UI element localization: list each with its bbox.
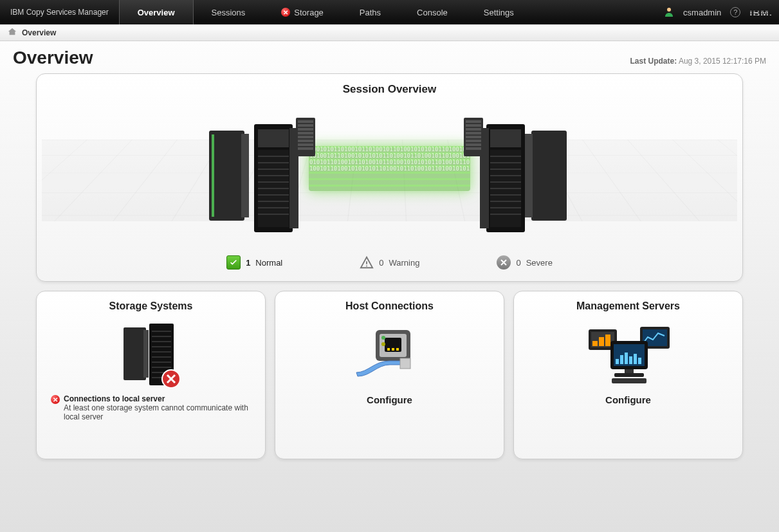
- status-severe[interactable]: 0 Severe: [497, 255, 552, 270]
- svg-rect-45: [466, 124, 481, 127]
- storage-systems-illustration: [48, 320, 253, 390]
- svg-rect-88: [625, 353, 628, 364]
- normal-label: Normal: [255, 258, 282, 268]
- server-rack-right-icon: [461, 111, 576, 236]
- storage-systems-card: Storage Systems: [36, 291, 266, 459]
- session-overview-card: Session Overview 10010101101001011010010…: [36, 73, 743, 282]
- nav-console-label: Console: [417, 8, 448, 17]
- home-icon[interactable]: [8, 27, 17, 38]
- breadcrumb-current: Overview: [22, 28, 56, 37]
- nav-sessions-label: Sessions: [212, 8, 246, 17]
- svg-rect-24: [298, 140, 313, 142]
- management-servers-illustration: [526, 320, 731, 390]
- svg-rect-94: [612, 378, 646, 383]
- nav-overview-label: Overview: [138, 8, 175, 17]
- last-update: Last Update: Aug 3, 2015 12:17:16 PM: [630, 57, 766, 66]
- svg-rect-27: [531, 131, 567, 221]
- svg-rect-19: [298, 120, 313, 123]
- svg-rect-90: [634, 354, 637, 364]
- svg-rect-73: [396, 348, 399, 351]
- svg-point-53: [366, 266, 367, 267]
- management-servers-card: Management Servers: [513, 291, 743, 459]
- check-icon: [226, 255, 241, 270]
- top-navbar: IBM Copy Services Manager Overview Sessi…: [0, 0, 779, 24]
- svg-rect-48: [466, 136, 481, 138]
- host-connections-title: Host Connections: [287, 300, 492, 312]
- svg-rect-91: [638, 358, 641, 364]
- svg-rect-44: [466, 120, 481, 123]
- severe-icon: [497, 255, 511, 270]
- svg-rect-21: [298, 128, 313, 131]
- management-servers-title: Management Servers: [526, 300, 731, 312]
- svg-rect-25: [298, 143, 313, 146]
- page-title: Overview: [13, 48, 93, 68]
- svg-point-74: [381, 336, 385, 340]
- username-label[interactable]: csmadmin: [683, 8, 721, 17]
- last-update-label: Last Update:: [630, 57, 677, 66]
- storage-systems-title: Storage Systems: [48, 300, 253, 312]
- data-stream-graphic: 1001010110100101101001011010010101010110…: [309, 146, 470, 191]
- svg-rect-3: [212, 134, 214, 217]
- svg-rect-71: [387, 348, 390, 351]
- breadcrumb: Overview: [0, 24, 779, 41]
- storage-error-detail: At least one storage system cannot commu…: [64, 403, 248, 421]
- svg-rect-46: [466, 128, 481, 131]
- session-overview-illustration: 1001010110100101101001011010010101010110…: [42, 101, 737, 249]
- server-rack-left-icon: [203, 111, 318, 236]
- nav-paths[interactable]: Paths: [342, 0, 399, 24]
- nav-console[interactable]: Console: [399, 0, 466, 24]
- last-update-value: Aug 3, 2015 12:17:16 PM: [679, 57, 766, 66]
- svg-rect-20: [298, 124, 313, 127]
- svg-rect-49: [466, 140, 481, 142]
- host-configure-link[interactable]: Configure: [287, 394, 492, 405]
- status-row: 1 Normal 0 Warning 0 Severe: [48, 255, 731, 270]
- nav-settings[interactable]: Settings: [466, 0, 532, 24]
- svg-rect-87: [620, 355, 623, 364]
- svg-rect-76: [400, 358, 410, 369]
- nav-paths-label: Paths: [360, 8, 381, 17]
- svg-rect-28: [525, 134, 533, 217]
- svg-rect-86: [616, 359, 619, 364]
- severe-label: Severe: [526, 258, 553, 268]
- svg-rect-31: [490, 129, 521, 147]
- nav-storage-label: Storage: [294, 8, 324, 17]
- svg-rect-92: [625, 369, 634, 373]
- svg-rect-89: [629, 356, 632, 364]
- svg-rect-55: [143, 330, 149, 378]
- warning-count: 0: [379, 258, 383, 268]
- host-connections-card: Host Connections Configure: [275, 291, 504, 459]
- svg-rect-50: [466, 143, 481, 146]
- content-area: Overview Last Update: Aug 3, 2015 12:17:…: [0, 41, 779, 532]
- error-icon: ✕: [51, 395, 60, 404]
- storage-error-message: ✕ Connections to local server At least o…: [48, 394, 253, 421]
- svg-point-0: [667, 8, 671, 12]
- brand-label: IBM Copy Services Manager: [0, 0, 119, 24]
- svg-rect-47: [466, 132, 481, 134]
- svg-rect-54: [124, 327, 146, 380]
- svg-rect-93: [614, 373, 644, 377]
- mgmt-configure-link[interactable]: Configure: [526, 394, 731, 405]
- host-connections-illustration: [287, 320, 492, 390]
- ibm-logo: IBM.: [749, 7, 773, 18]
- help-icon[interactable]: ?: [730, 7, 740, 17]
- warning-icon: [360, 255, 374, 270]
- nav-settings-label: Settings: [484, 8, 514, 17]
- status-warning[interactable]: 0 Warning: [360, 255, 419, 270]
- severe-count: 0: [516, 258, 520, 268]
- svg-rect-6: [258, 129, 289, 147]
- storage-error-title: Connections to local server: [64, 394, 165, 403]
- svg-rect-22: [298, 132, 313, 134]
- warning-label: Warning: [389, 258, 420, 268]
- svg-rect-72: [392, 348, 394, 351]
- svg-rect-79: [592, 341, 598, 346]
- nav-overview[interactable]: Overview: [119, 0, 194, 24]
- status-normal[interactable]: 1 Normal: [226, 255, 282, 270]
- nav-sessions[interactable]: Sessions: [194, 0, 264, 24]
- session-overview-title: Session Overview: [48, 83, 731, 96]
- error-icon: ✕: [281, 8, 290, 17]
- nav-storage[interactable]: ✕ Storage: [263, 0, 342, 24]
- svg-rect-2: [241, 134, 249, 217]
- svg-point-75: [381, 342, 385, 346]
- normal-count: 1: [246, 258, 250, 268]
- svg-rect-1: [209, 131, 244, 221]
